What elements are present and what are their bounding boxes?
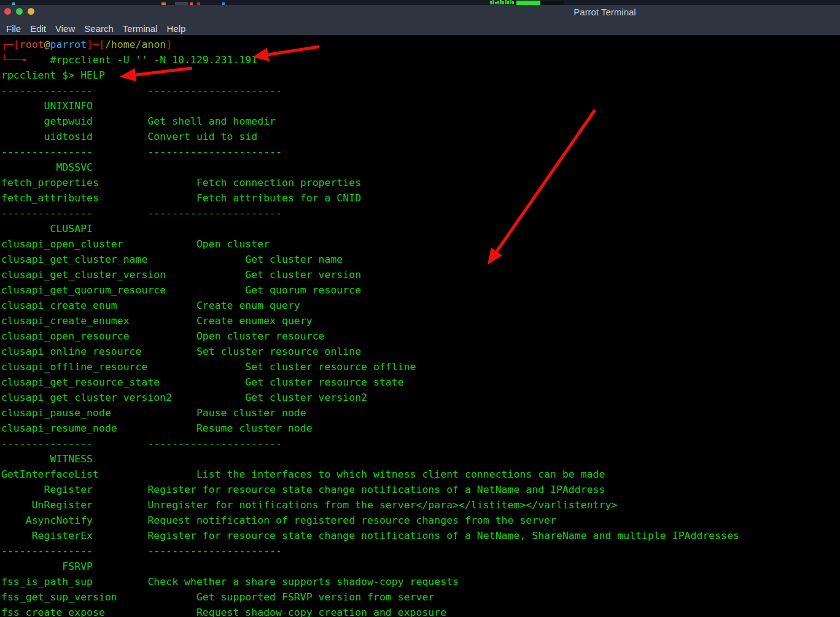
- terminal-line: clusapi_get_quorum_resource Get quorum r…: [1, 282, 840, 298]
- terminal-line: MDSSVC: [1, 160, 840, 175]
- window-close-button[interactable]: [4, 8, 11, 15]
- system-monitor-graph-bar: [505, 0, 507, 4]
- menu-item-search[interactable]: Search: [84, 23, 114, 34]
- terminal-output: ┌─[root@parrot]─[/home/anon]└──╼ #rpccli…: [0, 35, 840, 617]
- window-minimize-button[interactable]: [16, 8, 23, 15]
- terminal-line: uidtosid Convert uid to sid: [1, 129, 840, 144]
- terminal-line: clusapi_open_cluster Open cluster: [1, 236, 840, 252]
- terminal-line: --------------- ----------------------: [1, 436, 840, 451]
- terminal-line: RegisterEx Register for resource state c…: [1, 528, 840, 543]
- menu-bar: FileEditViewSearchTerminalHelp: [6, 22, 185, 35]
- terminal-line: clusapi_offline_resource Set cluster res…: [1, 359, 840, 374]
- terminal-line: getpwuid Get shell and homedir: [1, 114, 840, 129]
- terminal-line: --------------- ----------------------: [1, 206, 840, 221]
- terminal-line: fetch_attributes Fetch attributes for a …: [1, 190, 840, 206]
- terminal[interactable]: ┌─[root@parrot]─[/home/anon]└──╼ #rpccli…: [0, 35, 840, 617]
- terminal-line: clusapi_get_cluster_version Get cluster …: [1, 267, 840, 282]
- window-title: Parrot Terminal: [543, 7, 666, 17]
- terminal-line: FSRVP: [1, 559, 840, 574]
- terminal-line: AsyncNotify Request notification of regi…: [1, 513, 840, 528]
- terminal-line: CLUSAPI: [1, 221, 840, 236]
- system-monitor-graph-bar: [497, 1, 499, 4]
- terminal-line: UnRegister Unregister for notifications …: [1, 497, 840, 513]
- terminal-line: └──╼ #rpcclient -U '' -N 10.129.231.191: [1, 52, 840, 68]
- menu-item-terminal[interactable]: Terminal: [123, 23, 158, 34]
- terminal-line: clusapi_pause_node Pause cluster node: [1, 405, 840, 421]
- terminal-line: clusapi_get_cluster_version2 Get cluster…: [1, 390, 840, 405]
- system-monitor-graph-bar: [502, 1, 504, 4]
- terminal-line: clusapi_open_resource Open cluster resou…: [1, 328, 840, 344]
- menu-item-file[interactable]: File: [6, 23, 21, 34]
- system-monitor-graph-bar: [500, 0, 502, 4]
- terminal-line: --------------- ----------------------: [1, 83, 840, 98]
- terminal-line: --------------- ----------------------: [1, 543, 840, 559]
- taskbar-icon-fragment: [542, 1, 564, 5]
- desktop-taskbar[interactable]: [0, 0, 840, 5]
- menu-item-help[interactable]: Help: [167, 23, 186, 34]
- terminal-line: fss_is_path_sup Check whether a share su…: [1, 574, 840, 589]
- terminal-line: fss_create_expose Request shadow-copy cr…: [1, 605, 840, 617]
- terminal-line: UNIXINFO: [1, 98, 840, 114]
- terminal-line: clusapi_get_cluster_name Get cluster nam…: [1, 252, 840, 267]
- menu-item-view[interactable]: View: [55, 23, 75, 34]
- system-monitor-graph-bar: [507, 1, 509, 4]
- terminal-line: clusapi_create_enum Create enum query: [1, 298, 840, 313]
- terminal-line: GetInterfaceList List the interfaces to …: [1, 467, 840, 482]
- terminal-line: clusapi_get_resource_state Get cluster r…: [1, 374, 840, 390]
- window-titlebar: Parrot Terminal FileEditViewSearchTermin…: [0, 5, 840, 35]
- system-monitor-graph-bar: [492, 0, 494, 4]
- terminal-line: Register Register for resource state cha…: [1, 482, 840, 497]
- window-controls: [4, 8, 34, 15]
- system-monitor-graph-bar: [510, 0, 511, 4]
- terminal-line: --------------- ----------------------: [1, 144, 840, 160]
- system-monitor-graph-bar: [495, 2, 497, 4]
- terminal-line: WITNESS: [1, 451, 840, 467]
- terminal-line: rpcclient $> HELP: [1, 68, 840, 83]
- terminal-line: ┌─[root@parrot]─[/home/anon]: [1, 37, 840, 52]
- terminal-line: clusapi_create_enumex Create enumex quer…: [1, 313, 840, 328]
- taskbar-icon-fragment: [516, 1, 540, 5]
- terminal-line: fss_get_sup_version Get supported FSRVP …: [1, 589, 840, 605]
- system-monitor-graph-bar: [512, 1, 514, 4]
- menu-item-edit[interactable]: Edit: [30, 23, 46, 34]
- terminal-line: clusapi_online_resource Set cluster reso…: [1, 344, 840, 359]
- window-maximize-button[interactable]: [28, 8, 34, 15]
- terminal-line: fetch_properties Fetch connection proper…: [1, 175, 840, 190]
- terminal-line: clusapi_resume_node Resume cluster node: [1, 421, 840, 436]
- system-monitor-graph-bar: [490, 1, 492, 4]
